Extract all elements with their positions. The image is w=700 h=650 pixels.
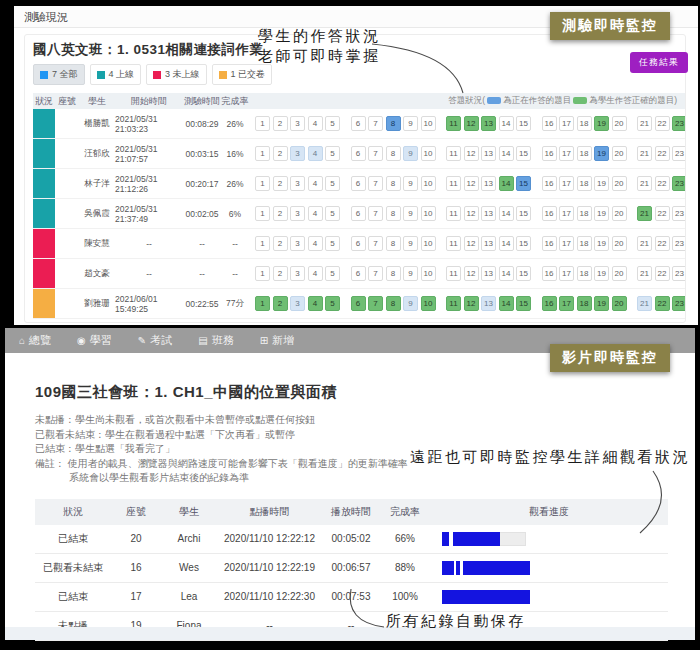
filter-chip-label: 7 全部 <box>52 68 78 81</box>
student-name: 楊勝凱 <box>79 109 115 138</box>
question-group: 1112131415 <box>446 296 534 311</box>
question-cell-3: 3 <box>290 176 305 191</box>
question-cell-1: 1 <box>255 146 270 161</box>
status-color-block <box>33 139 55 168</box>
note-line-1: 未點播：學生尚未觀看，或首次觀看中未曾暫停或點選任何按鈕 <box>35 413 665 428</box>
nav-item-label: 學習 <box>90 333 112 348</box>
question-cell-14: 14 <box>499 176 514 191</box>
question-cell-7: 7 <box>368 116 383 131</box>
note-line-5: 系統會以學生觀看影片結束後的紀錄為準 <box>35 471 665 486</box>
question-cell-11: 11 <box>446 146 461 161</box>
question-cell-2: 2 <box>273 146 288 161</box>
question-grid: 123456789101112131415161718192021222324 <box>249 139 685 168</box>
nav-item-考試[interactable]: ✎考試 <box>138 333 172 348</box>
question-cell-20: 20 <box>612 266 627 281</box>
video-column-header-2: 學生 <box>161 505 217 519</box>
question-group: 1617181920 <box>542 266 630 281</box>
annotation-auto-save: 所有紀錄自動保存 <box>386 612 526 631</box>
question-cell-15: 15 <box>516 296 531 311</box>
legend-correct-label: 為學生作答正確的題目 <box>589 95 674 105</box>
filter-swatch-icon <box>97 71 105 79</box>
question-cell-11: 11 <box>446 176 461 191</box>
question-group: 1617181920 <box>542 146 630 161</box>
question-group: 12345 <box>255 206 343 221</box>
play-duration-cell: 00:07:53 <box>322 591 380 602</box>
column-header-0: 狀況 <box>33 95 55 108</box>
test-table-row: 劉雅珊2021/06/01 15:49:2500:22:5577分1234567… <box>33 289 685 319</box>
play-duration-cell: 00:05:02 <box>322 533 380 544</box>
question-cell-17: 17 <box>559 296 574 311</box>
question-cell-3: 3 <box>290 206 305 221</box>
question-cell-8: 8 <box>386 116 401 131</box>
status-color-block <box>33 289 55 318</box>
video-table: 狀況座號學生點播時間播放時間完成率觀看進度 已結束20Archi2020/11/… <box>35 499 668 641</box>
video-monitor-panel: ⌂總覽◉學習✎考試▤班務⊞新增 109國三社會班：1. CH1_中國的位置與面積… <box>5 328 695 640</box>
question-cell-12: 12 <box>464 206 479 221</box>
nav-item-新增[interactable]: ⊞新增 <box>260 333 294 348</box>
test-table-body: 楊勝凱2021/05/31 21:03:2300:08:2926%1234567… <box>33 109 685 319</box>
progress-segment-track <box>500 532 526 546</box>
filter-chip-未上線[interactable]: 3 未上線 <box>146 64 207 85</box>
question-cell-5: 5 <box>325 116 340 131</box>
question-group: 678910 <box>351 116 439 131</box>
question-cell-9: 9 <box>403 266 418 281</box>
status-cell <box>33 139 55 168</box>
student-name[interactable]: 劉雅珊 <box>79 289 115 318</box>
nav-item-總覽[interactable]: ⌂總覽 <box>19 333 51 348</box>
question-group: 12345 <box>255 176 343 191</box>
play-start-cell: 2020/11/10 12:22:30 <box>217 591 322 602</box>
nav-item-班務[interactable]: ▤班務 <box>198 333 233 348</box>
question-cell-23: 23 <box>672 236 685 251</box>
question-cell-16: 16 <box>542 296 557 311</box>
student-name: 吳佩霞 <box>79 199 115 228</box>
video-table-row: 已觀看未結束16Wes2020/11/10 12:22:1900:06:5788… <box>35 554 668 583</box>
status-cell <box>33 229 55 258</box>
question-cell-21: 21 <box>637 176 652 191</box>
question-cell-16: 16 <box>542 146 557 161</box>
question-cell-18: 18 <box>577 116 592 131</box>
filter-chip-label: 3 未上線 <box>165 68 200 81</box>
question-cell-9: 9 <box>403 116 418 131</box>
question-cell-6: 6 <box>351 116 366 131</box>
nav-item-學習[interactable]: ◉學習 <box>77 333 112 348</box>
question-cell-19: 19 <box>594 266 609 281</box>
filter-swatch-icon <box>153 71 161 79</box>
horizontal-scrollbar[interactable] <box>35 322 677 323</box>
status-cell <box>33 109 55 138</box>
question-cell-8: 8 <box>386 176 401 191</box>
question-group: 21222324 <box>637 236 685 251</box>
annotation-remote-monitor: 遠距也可即時監控學生詳細觀看狀況 <box>410 448 690 467</box>
annotation-line-1: 學生的作答狀況 <box>258 26 381 46</box>
question-cell-23: 23 <box>672 146 685 161</box>
completion-cell: 26% <box>221 169 249 198</box>
question-cell-14: 14 <box>499 266 514 281</box>
question-cell-2: 2 <box>273 296 288 311</box>
filter-chip-已交卷[interactable]: 1 已交卷 <box>212 64 273 85</box>
question-cell-10: 10 <box>421 266 436 281</box>
note-line-2: 已觀看未結束：學生在觀看過程中點選「下次再看」或暫停 <box>35 428 665 443</box>
filter-swatch-icon <box>219 71 227 79</box>
question-group: 678910 <box>351 266 439 281</box>
question-cell-11: 11 <box>446 236 461 251</box>
question-group: 1112131415 <box>446 146 534 161</box>
progress-segment-on <box>442 590 530 604</box>
horizontal-scrollbar-thumb[interactable] <box>35 322 632 323</box>
question-cell-18: 18 <box>577 296 592 311</box>
start-time-cell: -- <box>115 229 183 258</box>
question-cell-14: 14 <box>499 236 514 251</box>
filter-chip-全部[interactable]: 7 全部 <box>33 64 85 85</box>
question-cell-6: 6 <box>351 236 366 251</box>
task-result-button[interactable]: 任務結果 <box>630 52 688 73</box>
question-cell-15: 15 <box>516 146 531 161</box>
test-table-row: 陳安慧------1234567891011121314151617181920… <box>33 229 685 259</box>
question-cell-10: 10 <box>421 236 436 251</box>
question-cell-3: 3 <box>290 266 305 281</box>
question-group: 1112131415 <box>446 236 534 251</box>
status-color-block <box>33 199 55 228</box>
watch-status-cell: 已觀看未結束 <box>35 561 111 575</box>
video-table-row: 已結束17Lea2020/11/10 12:22:3000:07:53100% <box>35 583 668 612</box>
nav-item-label: 班務 <box>212 333 234 348</box>
question-cell-21: 21 <box>637 116 652 131</box>
student-name: 林子洋 <box>79 169 115 198</box>
filter-chip-上線[interactable]: 4 上線 <box>90 64 142 85</box>
